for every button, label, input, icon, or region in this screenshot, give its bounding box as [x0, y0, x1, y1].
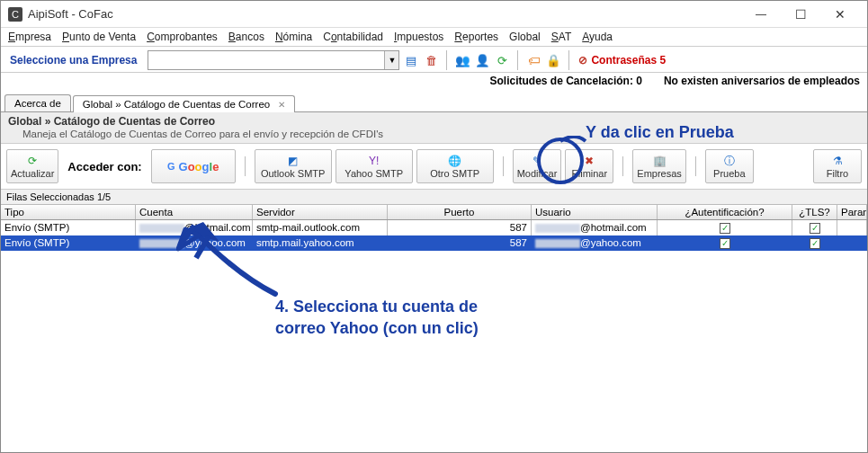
cell-value: @hotmail.com [184, 222, 251, 233]
company-user-button[interactable]: 👤 [472, 50, 492, 70]
company-icon-button[interactable]: ▤ [401, 50, 421, 70]
col-auth[interactable]: ¿Autentificación? [658, 205, 792, 219]
menu-label: SAT [551, 31, 571, 43]
menu-ayuda[interactable]: Ayuda [582, 31, 613, 43]
grid-header-row: Tipo Cuenta Servidor Puerto Usuario ¿Aut… [1, 205, 867, 220]
globe-icon: 🌐 [448, 154, 462, 168]
menu-reportes[interactable]: Reportes [454, 31, 498, 43]
company-bar: Seleccione una Empresa ▼ ▤ 🗑 👥 👤 ⟳ 🏷 🔒 ⊘… [1, 47, 867, 73]
cell-usuario: @yahoo.com [532, 235, 658, 251]
tab-label: Global » Catálogo de Cuentas de Correo [83, 99, 270, 110]
refresh-button[interactable]: ⟳ Actualizar [6, 149, 58, 183]
refresh-icon: ⟳ [25, 154, 40, 168]
info-icon: ⓘ [722, 154, 737, 168]
separator [695, 156, 696, 176]
cell-params [837, 220, 867, 235]
trash-icon: 🗑 [425, 54, 437, 67]
cell-auth: ✓ [658, 220, 792, 235]
menu-contabilidad[interactable]: Contabilidad [323, 31, 383, 43]
building-icon: 🏢 [652, 154, 667, 168]
cell-params [837, 235, 867, 251]
cancel-requests: Solicitudes de Cancelación: 0 [490, 75, 642, 87]
grid-row[interactable]: Envío (SMTP) @hotmail.com smtp-mail.outl… [1, 220, 867, 235]
tab-catalogo[interactable]: Global » Catálogo de Cuentas de Correo ✕ [73, 95, 296, 112]
title-bar: C AipiSoft - CoFac — ☐ ✕ [1, 1, 867, 28]
chevron-down-icon: ▼ [384, 51, 398, 69]
separator [622, 156, 623, 176]
grid-row-selected[interactable]: Envío (SMTP) @yahoo.com smtp.mail.yahoo.… [1, 235, 867, 251]
menu-global[interactable]: Global [509, 31, 541, 43]
col-params[interactable]: Params [837, 205, 867, 219]
company-users-button[interactable]: 👥 [452, 50, 472, 70]
redacted [139, 224, 184, 233]
edit-icon: ✎ [530, 154, 544, 168]
tab-acerca[interactable]: Acerca de [4, 94, 71, 111]
yahoo-smtp-button[interactable]: Y! Yahoo SMTP [336, 149, 413, 183]
companies-button[interactable]: 🏢 Empresas [632, 149, 686, 183]
company-lock-button[interactable]: 🔒 [543, 50, 563, 70]
col-tipo[interactable]: Tipo [1, 205, 136, 219]
menu-label: yuda [589, 31, 613, 43]
menu-empresa[interactable]: Empresa [8, 31, 51, 43]
close-tab-icon[interactable]: ✕ [278, 100, 285, 110]
test-button[interactable]: ⓘ Prueba [705, 149, 754, 183]
page-subtitle: Maneja el Catálogo de Cuentas de Correo … [1, 129, 867, 144]
separator [517, 50, 518, 70]
company-tag-button[interactable]: 🏷 [523, 50, 543, 70]
window-title: AipiSoft - CoFac [28, 7, 113, 21]
menu-label: Global [509, 31, 541, 43]
col-usuario[interactable]: Usuario [532, 205, 658, 219]
page-title: Global » Catálogo de Cuentas de Correo [1, 112, 867, 129]
redacted [535, 224, 580, 233]
col-puerto[interactable]: Puerto [388, 205, 532, 219]
yahoo-icon: Y! [367, 154, 381, 168]
passwords-link[interactable]: ⊘ Contraseñas 5 [578, 54, 666, 67]
company-delete-button[interactable]: 🗑 [421, 50, 441, 70]
minimize-button[interactable]: — [741, 2, 781, 27]
menu-pdv[interactable]: Punto de Venta [62, 31, 136, 43]
company-combo[interactable]: ▼ [148, 50, 399, 70]
col-servidor[interactable]: Servidor [253, 205, 388, 219]
menu-sat[interactable]: SAT [551, 31, 571, 43]
cell-value: @yahoo.com [580, 237, 641, 248]
close-button[interactable]: ✕ [820, 2, 860, 27]
redacted [139, 239, 184, 248]
main-toolbar: ⟳ Actualizar Acceder con: G Google ◩ Out… [1, 144, 867, 190]
cell-value: @yahoo.com [184, 237, 246, 248]
col-tls[interactable]: ¿TLS? [792, 205, 837, 219]
company-refresh-button[interactable]: ⟳ [492, 50, 512, 70]
menu-label: Contabilidad [323, 31, 383, 43]
cell-tipo: Envío (SMTP) [1, 220, 136, 235]
separator [568, 50, 569, 70]
menu-comprobantes[interactable]: Comprobantes [147, 31, 218, 43]
delete-button[interactable]: ✖ Eliminar [565, 149, 613, 183]
separator [245, 156, 246, 176]
menu-nomina[interactable]: Nómina [275, 31, 312, 43]
menu-impuestos[interactable]: Impuestos [394, 31, 443, 43]
menu-label: eportes [462, 31, 498, 43]
otro-smtp-button[interactable]: 🌐 Otro SMTP [416, 149, 494, 183]
filter-icon: ⚗ [830, 154, 845, 168]
select-company-label: Seleccione una Empresa [10, 54, 137, 67]
button-label: Otro SMTP [430, 168, 479, 179]
anniversaries: No existen aniversarios de empleados [664, 75, 860, 87]
button-label: Empresas [637, 168, 682, 179]
separator [446, 50, 447, 70]
cell-servidor: smtp.mail.yahoo.com [253, 235, 388, 251]
separator [503, 156, 504, 176]
cell-puerto: 587 [388, 220, 532, 235]
menu-label: mpresa [15, 31, 51, 43]
passwords-label: Contraseñas 5 [591, 54, 666, 67]
google-icon: G [167, 161, 175, 172]
tag-icon: 🏷 [528, 54, 540, 67]
google-login-button[interactable]: G Google [151, 149, 236, 183]
modify-button[interactable]: ✎ Modificar [513, 149, 562, 183]
button-label: Modificar [517, 168, 558, 179]
col-cuenta[interactable]: Cuenta [136, 205, 253, 219]
outlook-smtp-button[interactable]: ◩ Outlook SMTP [255, 149, 332, 183]
filter-button[interactable]: ⚗ Filtro [813, 149, 862, 183]
button-label: Prueba [713, 168, 745, 179]
maximize-button[interactable]: ☐ [781, 2, 820, 27]
menu-label: mpuestos [397, 31, 443, 43]
menu-bancos[interactable]: Bancos [228, 31, 264, 43]
